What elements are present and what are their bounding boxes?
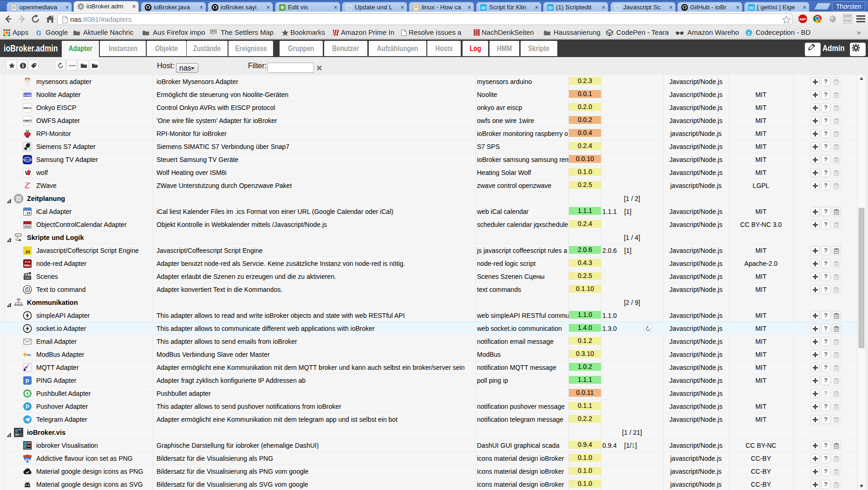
svg-text:7: 7 [28, 146, 31, 151]
svg-text:P: P [26, 378, 29, 385]
svg-text:SAMSUNG: SAMSUNG [23, 159, 32, 161]
svg-text:IO: IO [749, 6, 754, 10]
svg-text:IO: IO [481, 6, 486, 10]
svg-text:G: G [36, 29, 41, 36]
svg-text:IO: IO [347, 6, 352, 10]
svg-text:ABP: ABP [799, 18, 806, 21]
svg-text:PHP: PHP [844, 19, 851, 22]
svg-text:15: 15 [26, 211, 30, 215]
svg-text:JS: JS [25, 250, 30, 254]
svg-text:c: c [748, 31, 751, 36]
svg-text:IO: IO [548, 6, 553, 10]
svg-text:2010: 2010 [24, 225, 31, 228]
svg-text:noolite: noolite [24, 94, 32, 97]
svg-text:64: 64 [25, 458, 30, 462]
svg-text:IO: IO [615, 6, 620, 10]
svg-text:SMS: SMS [211, 30, 216, 33]
svg-text:OWFS: OWFS [23, 119, 32, 122]
svg-text:MB: MB [27, 354, 31, 356]
svg-text:P: P [26, 404, 29, 410]
svg-text:Node-RED: Node-RED [24, 264, 32, 266]
svg-text:ONKYO: ONKYO [24, 107, 32, 110]
